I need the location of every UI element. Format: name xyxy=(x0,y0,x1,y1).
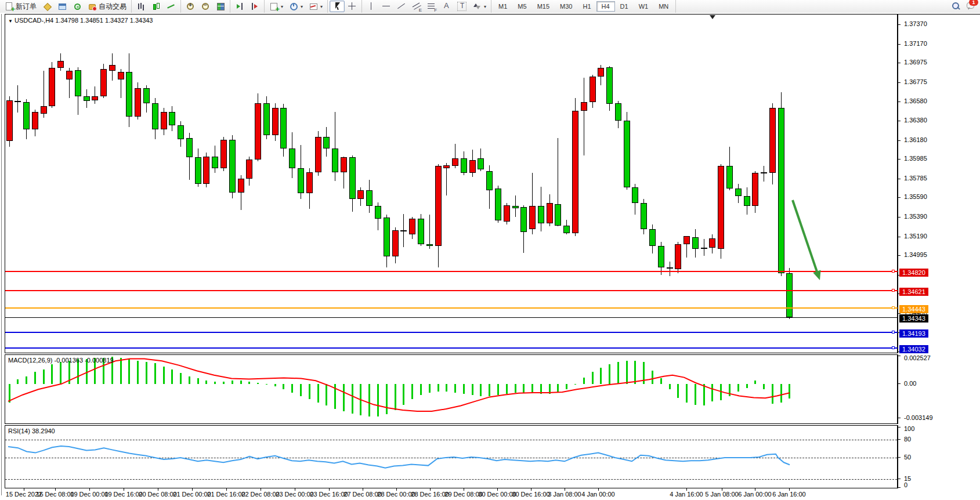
autotrading-button[interactable]: 自动交易 xyxy=(85,1,129,13)
price-tick xyxy=(898,121,901,121)
terminal-button[interactable] xyxy=(55,1,70,12)
toolbar-group-draw: ▾ xyxy=(362,0,491,13)
notifications-button[interactable]: 1 xyxy=(966,1,975,12)
price-axis[interactable]: 1.373701.371701.369751.367751.365801.363… xyxy=(898,14,980,353)
support-blue-2-price-label: 1.34032 xyxy=(899,345,928,353)
arrows-dropdown-icon[interactable]: ▾ xyxy=(484,4,486,9)
toolbar-group-chart-type xyxy=(132,0,181,13)
time-axis-label: 3 Jan 08:00 xyxy=(548,491,581,498)
time-axis-label: 28 Dec 00:00 xyxy=(377,491,415,498)
time-axis-label: 16 Dec 08:00 xyxy=(36,491,74,498)
timeframe-M1-button[interactable]: M1 xyxy=(493,1,512,12)
timeframe-H1-button[interactable]: H1 xyxy=(577,1,596,12)
templates-icon xyxy=(309,2,318,11)
vertical-line-button[interactable] xyxy=(364,1,379,12)
resistance-2-price-label: 1.34621 xyxy=(899,288,928,296)
time-axis-label: 23 Dec 00:00 xyxy=(276,491,313,498)
search-button[interactable] xyxy=(951,1,960,12)
cursor-button[interactable] xyxy=(330,1,345,12)
crosshair-button[interactable] xyxy=(345,1,360,12)
rsi-axis-label: 50 xyxy=(904,454,911,461)
periods-button[interactable]: ▾ xyxy=(286,1,306,12)
time-axis-label: 28 Dec 16:00 xyxy=(411,491,449,498)
metaeditor-button[interactable] xyxy=(39,1,55,12)
zoom-in-button[interactable] xyxy=(183,1,198,12)
text-label-icon xyxy=(457,2,467,11)
tile-windows-icon xyxy=(216,2,225,11)
price-axis-label: 1.37370 xyxy=(904,20,927,27)
chart-shift-marker-icon[interactable] xyxy=(710,15,715,19)
price-axis-label: 1.36775 xyxy=(904,78,927,85)
auto-scroll-icon xyxy=(235,2,244,11)
rsi-tick xyxy=(898,457,901,458)
timeframe-D1-button[interactable]: D1 xyxy=(615,1,634,12)
macd-tick xyxy=(898,383,901,384)
equidistant-channel-icon xyxy=(412,2,421,11)
templates-dropdown-icon[interactable]: ▾ xyxy=(320,4,323,9)
price-tick xyxy=(898,159,901,160)
rsi-axis-label: 80 xyxy=(904,436,911,443)
timeframe-M5-button[interactable]: M5 xyxy=(512,1,531,12)
horizontal-line-button[interactable] xyxy=(379,1,394,12)
time-axis-label: 6 Jan 16:00 xyxy=(772,491,806,498)
time-axis-label: 21 Dec 16:00 xyxy=(207,491,245,498)
fibonacci-button[interactable] xyxy=(424,1,439,12)
timeframe-M15-button[interactable]: M15 xyxy=(532,1,555,12)
periods-dropdown-icon[interactable]: ▾ xyxy=(301,4,303,9)
rsi-panel[interactable]: RSI(14) 38.2940 xyxy=(5,425,898,488)
arrow-annotation[interactable] xyxy=(5,15,898,354)
window-edge xyxy=(1,14,2,495)
main-toolbar: 新订单自动交易▾▾▾▾M1M5M15M30H1H4D1W1MN1 xyxy=(0,0,980,13)
toolbar-group-timeframes: M1M5M15M30H1H4D1W1MN xyxy=(491,0,676,13)
tile-windows-button[interactable] xyxy=(213,1,228,12)
toolbar-group-trade: 新订单自动交易 xyxy=(0,0,132,13)
text-button[interactable] xyxy=(439,1,454,12)
price-axis-label: 1.36975 xyxy=(904,59,927,66)
time-axis-label: 29 Dec 08:00 xyxy=(444,491,482,498)
macd-signal-line xyxy=(5,355,898,425)
price-tick xyxy=(898,197,901,198)
trendline-button[interactable] xyxy=(394,1,409,12)
arrows-icon xyxy=(472,2,482,11)
zoom-out-button[interactable] xyxy=(198,1,213,12)
toolbar-group-pointer xyxy=(328,0,362,13)
cursor-icon xyxy=(332,2,342,11)
metatrader-window: 新订单自动交易▾▾▾▾M1M5M15M30H1H4D1W1MN1 ▼ USDCA… xyxy=(0,0,980,500)
price-axis-label: 1.36380 xyxy=(904,117,927,124)
price-axis-label: 1.34995 xyxy=(904,251,927,258)
vertical-line-icon xyxy=(367,2,376,11)
equidistant-channel-button[interactable] xyxy=(409,1,424,12)
price-tick xyxy=(898,44,901,45)
arrows-button[interactable]: ▾ xyxy=(469,1,489,12)
timeframe-M30-button[interactable]: M30 xyxy=(555,1,577,12)
chart-title-text: USDCAD-,H4 1.34798 1.34851 1.34327 1.343… xyxy=(15,17,153,24)
macd-axis-label: 0.002527 xyxy=(904,354,931,361)
indicators-dropdown-icon[interactable]: ▾ xyxy=(281,4,283,9)
line-chart-button[interactable] xyxy=(164,1,179,12)
indicators-button[interactable]: ▾ xyxy=(266,1,286,12)
new-order-button[interactable]: 新订单 xyxy=(2,1,39,13)
collapse-triangle-icon[interactable]: ▼ xyxy=(8,19,13,24)
macd-tick xyxy=(898,356,901,356)
bar-chart-button[interactable] xyxy=(133,1,149,12)
macd-panel[interactable]: MACD(12,26,9) -0.001363 -0.000819 xyxy=(5,354,898,424)
candle-chart-button[interactable] xyxy=(149,1,164,12)
price-tick xyxy=(898,82,901,83)
support-blue-1-price-label: 1.34193 xyxy=(899,329,928,338)
time-axis-label: 20 Dec 08:00 xyxy=(139,491,176,498)
auto-scroll-button[interactable] xyxy=(232,1,247,12)
rsi-axis-label: 15 xyxy=(904,475,911,482)
price-tick xyxy=(898,24,901,25)
strategy-tester-button[interactable] xyxy=(70,1,85,12)
templates-button[interactable]: ▾ xyxy=(306,1,326,12)
timeframe-H4-button[interactable]: H4 xyxy=(596,1,615,12)
chart-shift-button[interactable] xyxy=(247,1,262,12)
chart-window: ▼ USDCAD-,H4 1.34798 1.34851 1.34327 1.3… xyxy=(0,13,980,500)
autotrading-label: 自动交易 xyxy=(99,2,126,12)
time-axis[interactable]: 15 Dec 202216 Dec 08:0019 Dec 00:0019 De… xyxy=(5,488,980,500)
price-tick xyxy=(898,237,901,237)
timeframe-W1-button[interactable]: W1 xyxy=(634,1,654,12)
timeframe-MN-button[interactable]: MN xyxy=(653,1,674,12)
text-label-button[interactable] xyxy=(454,1,469,12)
main-chart-panel[interactable]: ▼ USDCAD-,H4 1.34798 1.34851 1.34327 1.3… xyxy=(5,14,898,353)
